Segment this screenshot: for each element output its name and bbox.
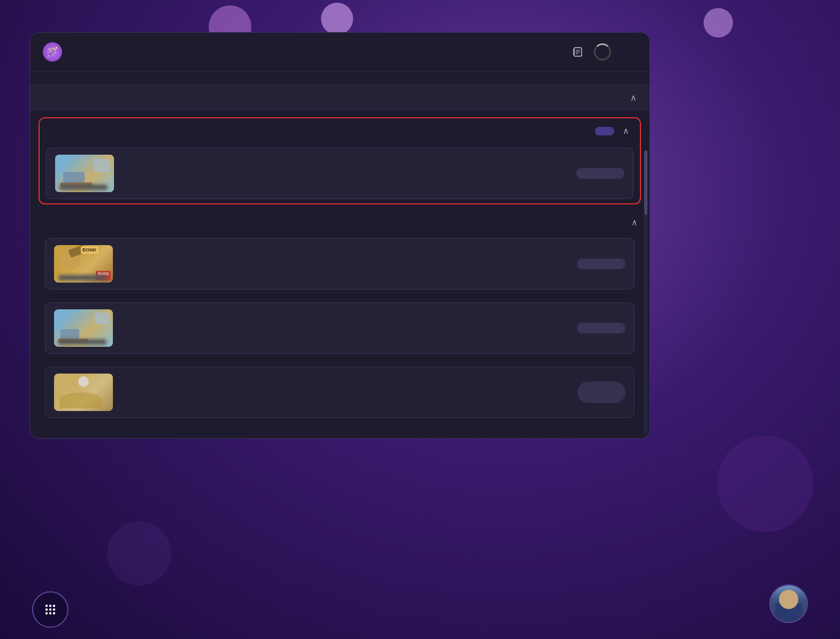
apps-button[interactable] (32, 591, 68, 628)
notebook-icon (572, 46, 584, 58)
create-events-bar (30, 72, 650, 85)
past-event-item-2 (45, 367, 635, 418)
bugbash-event-info (121, 263, 567, 265)
ignite-thumbnail (54, 374, 113, 411)
docs-thumbnail (54, 309, 113, 347)
past-collapse-chevron[interactable]: ∧ (631, 217, 638, 227)
svg-point-7 (45, 605, 48, 607)
upcoming-section: ∧ (39, 117, 641, 204)
past-event-item-1 (45, 302, 635, 354)
tutorial-event-info (123, 172, 566, 174)
ignite-thumb-img (54, 374, 113, 411)
upcoming-event-item-0 (46, 148, 633, 199)
svg-point-11 (49, 608, 51, 611)
user-avatar-button[interactable] (769, 584, 808, 623)
tutorial-event-join-button[interactable] (576, 168, 624, 179)
ignite-event-info (121, 391, 577, 393)
upcoming-header: ∧ (40, 118, 640, 143)
taskbar (0, 580, 840, 639)
ignite-event-join-button[interactable] (577, 382, 625, 403)
notebook-icon-btn[interactable] (568, 42, 587, 62)
svg-rect-1 (573, 49, 575, 50)
app-logo: 🪄 (43, 42, 62, 62)
loading-spinner (594, 43, 611, 60)
svg-point-12 (53, 608, 55, 611)
panel-header: 🪄 (30, 33, 650, 72)
svg-point-9 (53, 605, 55, 607)
past-event-item-0: BUGS BONK (45, 238, 635, 290)
past-section: ∧ BUGS BONK (30, 211, 650, 438)
close-button[interactable] (617, 42, 637, 62)
svg-point-13 (45, 612, 48, 614)
bugbash-event-join-button[interactable] (577, 258, 625, 269)
bugbash-thumbnail: BUGS BONK (54, 245, 113, 283)
docs-event-info (121, 327, 567, 329)
svg-point-14 (49, 612, 51, 614)
svg-rect-2 (573, 51, 575, 52)
svg-point-8 (49, 605, 51, 607)
tutorial-event-thumbnail (55, 155, 114, 192)
no-events-collapse-chevron[interactable]: ∧ (630, 93, 637, 103)
scrollbar-track (644, 150, 647, 433)
svg-rect-3 (573, 54, 575, 55)
scrollbar-thumb[interactable] (644, 150, 647, 215)
svg-point-15 (53, 612, 55, 614)
view-event-details-button[interactable] (595, 127, 614, 135)
past-header: ∧ (39, 211, 641, 234)
past-events-list: BUGS BONK (39, 234, 641, 422)
docs-event-join-button[interactable] (577, 323, 625, 333)
header-icons (568, 42, 637, 62)
main-panel: 🪄 ∧ (29, 32, 650, 439)
upcoming-collapse-chevron[interactable]: ∧ (623, 126, 629, 136)
svg-point-10 (45, 608, 48, 611)
avatar-figure (770, 585, 807, 622)
no-events-section: ∧ (30, 85, 650, 111)
apps-icon (44, 603, 57, 616)
